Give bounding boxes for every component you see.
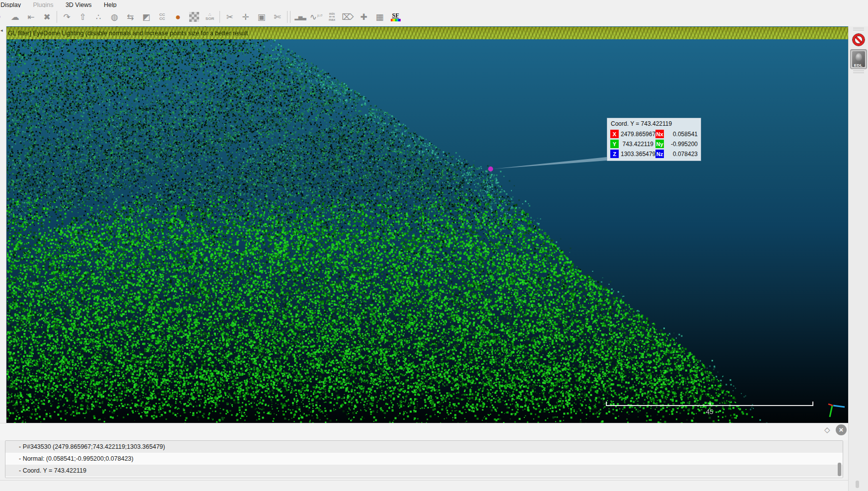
collapse-arrow-icon[interactable]: ◂ (0, 28, 6, 33)
axis-z-chip: Z (610, 150, 619, 158)
toolbar-double-separator (287, 11, 290, 23)
console-row[interactable]: - P#343530 (2479.865967;743.422119;1303.… (5, 441, 843, 453)
clipping-box-icon[interactable]: ▣ (255, 10, 268, 23)
histogram-icon[interactable]: ▂▅▃ (294, 10, 306, 23)
status-bar (0, 480, 848, 491)
menu-display[interactable]: Display (0, 1, 26, 7)
tooltip-row-x: X 2479.865967 Nx 0.058541 (610, 130, 698, 138)
nz-value: 0.078423 (666, 151, 698, 158)
edl-filter-button[interactable]: EDL (850, 49, 867, 69)
density-checker-icon[interactable] (188, 10, 200, 23)
sor-filter-icon[interactable]: ∴ SOR (204, 10, 216, 23)
scale-bar: 45 (606, 402, 813, 418)
filter-by-value-icon[interactable]: min ⇤⇥ max (326, 10, 338, 23)
resample-icon[interactable]: ⇤ (25, 10, 37, 23)
axis-y-chip: Y (610, 140, 619, 148)
axis-x-chip: X (610, 130, 619, 138)
toolbar-separator (219, 11, 220, 23)
viewport-3d[interactable]: GL filter] EyeDome Lighting (disable nor… (6, 26, 848, 423)
delete-icon[interactable]: ✖ (41, 10, 53, 23)
axis-nz-chip: Nz (655, 150, 664, 158)
console-row[interactable]: - Normal: (0.058541;-0.995200;0.078423) (5, 453, 843, 465)
main-toolbar: ✚ ☁ ⇤ ✖ ↷ ⇧ ∴ ◍ ⇆ ◩ CC CC ● ∴ SOR ✂ ✛ ▣ … (0, 7, 868, 26)
menu-help[interactable]: Help (99, 1, 122, 7)
axis-ny-chip: Ny (655, 140, 664, 148)
left-dock-strip: ◂ (0, 26, 6, 423)
scale-bar-label: 45 (606, 408, 813, 415)
console-row[interactable]: - Coord. Y = 743.422119 (5, 465, 843, 477)
translate-rotate-icon[interactable]: ✛ (239, 10, 252, 23)
console-row-text: - Normal: (0.058541;-0.995200;0.078423) (19, 455, 134, 462)
console-row-text: - P#343530 (2479.865967;743.422119;1303.… (19, 443, 165, 450)
toolbar-grip[interactable] (853, 71, 864, 71)
tooltip-title: Coord. Y = 743.422119 (610, 120, 698, 128)
toolbar-grip[interactable] (853, 73, 864, 73)
point-cloud-canvas[interactable] (6, 26, 848, 423)
register-clouds-icon[interactable]: ⇆ (124, 10, 137, 23)
delete-sf-icon[interactable]: ⌦ (342, 10, 354, 23)
axis-nx-chip: Nx (655, 130, 664, 138)
cloud-mesh-distance-icon[interactable]: ◩ (140, 10, 152, 23)
menu-3d-views[interactable]: 3D Views (61, 1, 97, 7)
tooltip-row-y: Y 743.422119 Ny -0.995200 (610, 140, 698, 148)
undock-diamond-icon[interactable]: ◇ (824, 425, 830, 434)
gl-filter-banner: GL filter] EyeDome Lighting (disable nor… (6, 27, 848, 39)
tooltip-row-z: Z 1303.365479 Nz 0.078423 (610, 150, 698, 158)
gaussian-filter-icon[interactable]: ∿μ,σ (310, 10, 322, 23)
console-header (0, 423, 848, 440)
gl-filter-banner-text: GL filter] EyeDome Lighting (disable nor… (6, 27, 848, 40)
cloudcompare-window: Display Plugins 3D Views Help ✚ ☁ ⇤ ✖ ↷ … (0, 0, 868, 491)
c2c-distance-icon[interactable]: CC CC (156, 10, 168, 23)
sf-calculator-icon[interactable]: ▦ (373, 10, 386, 23)
checkerboard-icon (189, 12, 199, 22)
x-value: 2479.865967 (621, 131, 653, 138)
clipped-tool-icon[interactable]: ✚ (0, 10, 5, 23)
axis-trihedron-icon (823, 401, 848, 422)
scale-bar-line (606, 402, 813, 406)
point-info-tooltip: Coord. Y = 743.422119 X 2479.865967 Nx 0… (607, 118, 701, 161)
mesh-sphere-icon[interactable]: ◍ (108, 10, 121, 23)
edl-button-label: EDL (851, 63, 867, 68)
no-gl-filter-button[interactable] (852, 33, 866, 47)
console-close-button[interactable]: × (836, 424, 847, 435)
scissors-segment-icon[interactable]: ✂ (223, 10, 236, 23)
toolbar-grip[interactable] (853, 28, 864, 28)
ny-value: -0.995200 (666, 141, 698, 148)
menu-bar: Display Plugins 3D Views Help (0, 0, 868, 7)
gl-filters-dock: EDL (848, 26, 868, 491)
console-row-text: - Coord. Y = 743.422119 (19, 467, 86, 474)
sf-color-scale-icon[interactable]: SF (389, 10, 402, 23)
clone-icon[interactable]: ↷ (61, 10, 73, 23)
nx-value: 0.058541 (666, 131, 698, 138)
toolbar-grip[interactable] (853, 30, 864, 30)
rainbow-scale-icon (391, 19, 401, 21)
console-list: - P#343530 (2479.865967;743.422119;1303.… (5, 440, 843, 478)
dock-mini-scrollbar[interactable] (856, 481, 859, 488)
poisson-recon-icon[interactable]: ● (172, 10, 184, 23)
compute-normals-icon[interactable]: ⇧ (76, 10, 89, 23)
menu-plugins[interactable]: Plugins (28, 1, 58, 7)
z-value: 1303.365479 (621, 151, 653, 158)
add-sf-icon[interactable]: ✚ (358, 10, 370, 23)
subsample-icon[interactable]: ∴ (92, 10, 105, 23)
y-value: 743.422119 (621, 141, 653, 148)
console-scrollbar-thumb[interactable] (838, 463, 841, 476)
cross-section-icon[interactable]: ✄ (271, 10, 284, 23)
toolbar-separator (57, 11, 57, 23)
segment-cloud-icon[interactable]: ☁ (9, 10, 21, 23)
